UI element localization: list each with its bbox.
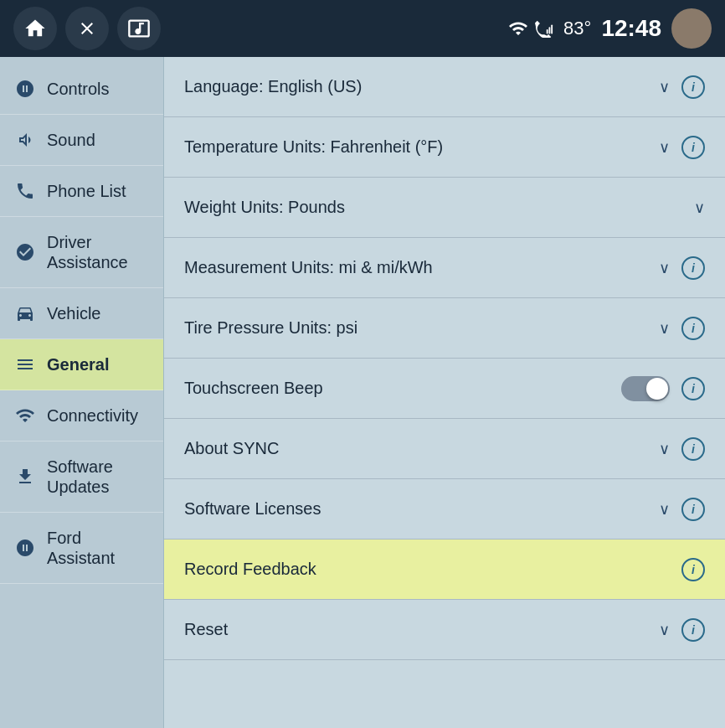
sidebar-item-connectivity[interactable]: Connectivity — [0, 390, 163, 441]
touchscreen-beep-row[interactable]: Touchscreen Beep i — [164, 359, 725, 419]
software-licenses-controls: ∨ i — [659, 498, 705, 521]
general-label: General — [47, 354, 109, 374]
measurement-controls: ∨ i — [659, 256, 705, 280]
time-display: 12:48 — [601, 15, 661, 42]
record-feedback-row[interactable]: Record Feedback i — [164, 540, 725, 600]
phone-list-icon — [13, 181, 37, 201]
sidebar-item-controls[interactable]: Controls — [0, 64, 163, 115]
reset-label: Reset — [184, 620, 659, 639]
language-row[interactable]: Language: English (US) ∨ i — [164, 57, 725, 117]
reset-controls: ∨ i — [659, 618, 705, 642]
temperature-units-row[interactable]: Temperature Units: Fahrenheit (°F) ∨ i — [164, 117, 725, 178]
measurement-units-label: Measurement Units: mi & mi/kWh — [184, 258, 659, 277]
ford-assistant-icon — [13, 538, 37, 558]
about-sync-row[interactable]: About SYNC ∨ i — [164, 419, 725, 479]
tire-pressure-label: Tire Pressure Units: psi — [184, 318, 659, 338]
connectivity-icons — [508, 18, 553, 39]
sound-label: Sound — [47, 130, 95, 150]
main-layout: Controls Sound Phone List — [0, 57, 725, 728]
touchscreen-beep-controls: i — [621, 376, 705, 401]
media-button[interactable] — [117, 7, 161, 50]
user-avatar[interactable] — [671, 8, 712, 49]
weight-units-label: Weight Units: Pounds — [184, 198, 694, 217]
touchscreen-beep-label: Touchscreen Beep — [184, 379, 621, 398]
ford-assistant-label: Ford Assistant — [47, 528, 150, 568]
sidebar-item-sound[interactable]: Sound — [0, 115, 163, 166]
about-sync-chevron: ∨ — [659, 440, 670, 458]
software-licenses-chevron: ∨ — [659, 500, 670, 519]
record-feedback-info[interactable]: i — [681, 558, 705, 581]
driver-assistance-icon — [13, 242, 37, 262]
touchscreen-beep-toggle[interactable] — [621, 376, 670, 401]
sidebar-item-driver-assistance[interactable]: DriverAssistance — [0, 217, 163, 288]
record-feedback-label: Record Feedback — [184, 560, 681, 579]
vehicle-label: Vehicle — [47, 303, 101, 323]
weight-units-row[interactable]: Weight Units: Pounds ∨ — [164, 178, 725, 238]
temperature-chevron: ∨ — [659, 138, 670, 157]
language-controls: ∨ i — [659, 75, 705, 99]
about-sync-controls: ∨ i — [659, 437, 705, 461]
tire-pressure-info[interactable]: i — [681, 317, 705, 340]
measurement-info[interactable]: i — [681, 256, 705, 280]
temperature-info[interactable]: i — [681, 136, 705, 159]
language-chevron: ∨ — [659, 78, 670, 96]
svg-rect-1 — [549, 27, 551, 34]
record-feedback-controls: i — [681, 558, 705, 581]
reset-row[interactable]: Reset ∨ i — [164, 600, 725, 660]
connectivity-label: Connectivity — [47, 405, 138, 426]
connectivity-sidebar-icon — [13, 405, 37, 426]
language-info[interactable]: i — [681, 75, 705, 99]
sidebar-item-ford-assistant[interactable]: Ford Assistant — [0, 513, 163, 584]
sidebar-item-phone-list[interactable]: Phone List — [0, 166, 163, 217]
sidebar-item-general[interactable]: General — [0, 339, 163, 390]
status-info: 83° 12:48 — [508, 8, 712, 49]
about-sync-info[interactable]: i — [681, 437, 705, 461]
reset-info[interactable]: i — [681, 618, 705, 642]
about-sync-label: About SYNC — [184, 439, 659, 458]
tire-pressure-row[interactable]: Tire Pressure Units: psi ∨ i — [164, 298, 725, 359]
language-label: Language: English (US) — [184, 77, 659, 96]
status-bar: 83° 12:48 — [0, 0, 725, 57]
phone-list-label: Phone List — [47, 181, 126, 201]
temperature-display: 83° — [563, 18, 591, 39]
signal-icon — [535, 19, 553, 38]
software-updates-label: SoftwareUpdates — [47, 457, 113, 497]
sidebar-item-software-updates[interactable]: SoftwareUpdates — [0, 441, 163, 513]
vehicle-icon — [13, 303, 37, 323]
close-button[interactable] — [65, 7, 109, 50]
tire-pressure-controls: ∨ i — [659, 317, 705, 340]
touchscreen-beep-info[interactable]: i — [681, 377, 705, 400]
svg-rect-0 — [547, 29, 548, 34]
tire-pressure-chevron: ∨ — [659, 319, 670, 338]
sidebar: Controls Sound Phone List — [0, 57, 164, 728]
sidebar-item-vehicle[interactable]: Vehicle — [0, 288, 163, 339]
weight-controls: ∨ — [694, 199, 705, 217]
software-updates-icon — [13, 467, 37, 487]
weight-chevron: ∨ — [694, 199, 705, 217]
general-icon — [13, 354, 37, 374]
measurement-chevron: ∨ — [659, 259, 670, 277]
software-licenses-label: Software Licenses — [184, 499, 659, 519]
reset-chevron: ∨ — [659, 621, 670, 639]
home-button[interactable] — [13, 7, 57, 50]
settings-content: Language: English (US) ∨ i Temperature U… — [164, 57, 725, 728]
svg-rect-2 — [551, 24, 553, 34]
driver-assistance-label: DriverAssistance — [47, 232, 128, 272]
wifi-icon — [508, 18, 528, 39]
controls-label: Controls — [47, 79, 109, 99]
nav-buttons — [13, 7, 161, 50]
measurement-units-row[interactable]: Measurement Units: mi & mi/kWh ∨ i — [164, 238, 725, 298]
software-licenses-info[interactable]: i — [681, 498, 705, 521]
software-licenses-row[interactable]: Software Licenses ∨ i — [164, 479, 725, 540]
temperature-controls: ∨ i — [659, 136, 705, 159]
controls-icon — [13, 79, 37, 99]
temperature-units-label: Temperature Units: Fahrenheit (°F) — [184, 137, 659, 157]
sound-icon — [13, 130, 37, 150]
